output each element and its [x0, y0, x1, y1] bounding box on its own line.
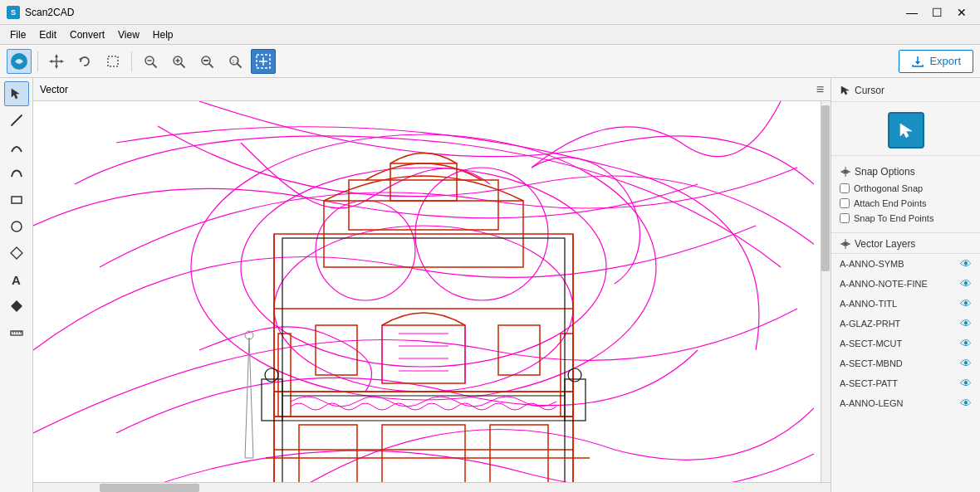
menu-help[interactable]: Help: [146, 27, 180, 42]
snap-to-end-points-row: Snap To End Points: [831, 211, 980, 226]
layer-name: A-SECT-PATT: [840, 378, 898, 388]
layers-list[interactable]: A-ANNO-SYMB 👁 A-ANNO-NOTE-FINE 👁 A-ANNO-…: [831, 254, 980, 492]
orthogonal-snap-row: Orthogonal Snap: [831, 181, 980, 196]
title-bar-controls: — ☐ ✕: [900, 2, 973, 22]
orthogonal-snap-label: Orthogonal Snap: [854, 183, 923, 193]
snap-to-end-points-label: Snap To End Points: [854, 213, 933, 223]
zoom-in-button[interactable]: [166, 49, 191, 74]
export-button[interactable]: Export: [899, 50, 973, 73]
layer-item-sect-mcut[interactable]: A-SECT-MCUT 👁: [831, 334, 980, 353]
diamond-tool[interactable]: [4, 241, 29, 265]
app-title: Scan2CAD: [25, 7, 74, 18]
layer-item-sect-patt[interactable]: A-SECT-PATT 👁: [831, 373, 980, 393]
snap-options-label: Snap Options: [855, 166, 915, 178]
canvas-tab-menu[interactable]: ≡: [816, 82, 824, 97]
minimize-button[interactable]: —: [900, 2, 924, 22]
svg-marker-32: [11, 300, 22, 312]
layer-eye-icon[interactable]: 👁: [960, 257, 972, 270]
layer-eye-icon[interactable]: 👁: [960, 357, 972, 370]
horizontal-scrollbar[interactable]: [33, 482, 831, 492]
svg-rect-18: [203, 60, 208, 61]
svg-line-17: [209, 64, 213, 67]
menu-convert[interactable]: Convert: [63, 27, 111, 42]
svg-marker-75: [900, 124, 912, 138]
svg-text:1:1: 1:1: [233, 58, 238, 63]
vertical-scrollbar[interactable]: [821, 101, 831, 492]
zoom-out-button[interactable]: [138, 49, 163, 74]
layer-item-anno-titl[interactable]: A-ANNO-TITL 👁: [831, 294, 980, 314]
layer-name: A-ANNO-NOTE-FINE: [840, 279, 928, 289]
layers-header: Vector Layers: [831, 233, 980, 254]
app-icon: S: [7, 6, 20, 19]
cursor-header-icon: [840, 85, 851, 96]
title-bar: S Scan2CAD — ☐ ✕: [0, 0, 980, 25]
select-all-button[interactable]: [251, 49, 276, 74]
toolbar-sep-1: [37, 51, 38, 71]
layer-eye-icon[interactable]: 👁: [960, 397, 972, 410]
layer-name: A-ANNO-LEGN: [840, 398, 903, 408]
layer-item-glaz-prht[interactable]: A-GLAZ-PRHT 👁: [831, 314, 980, 334]
zoom-100-button[interactable]: 1:1: [223, 49, 247, 74]
vector-layers-label: Vector Layers: [855, 238, 915, 250]
attach-end-points-checkbox[interactable]: [840, 198, 850, 208]
canvas-content[interactable]: [33, 101, 831, 492]
layer-name: A-ANNO-SYMB: [840, 259, 904, 269]
cursor-tool-area: [831, 102, 980, 156]
snap-options-section: Snap Options Orthogonal Snap Attach End …: [831, 156, 980, 233]
snap-move-button[interactable]: [44, 49, 69, 74]
canvas-tab-label[interactable]: Vector: [40, 84, 68, 95]
scan2cad-home-button[interactable]: [7, 49, 32, 74]
layer-item-anno-note-fine[interactable]: A-ANNO-NOTE-FINE 👁: [831, 274, 980, 294]
fill-tool[interactable]: [4, 294, 29, 319]
svg-point-76: [844, 170, 847, 173]
svg-line-28: [12, 115, 22, 125]
snap-to-end-points-checkbox[interactable]: [840, 213, 850, 223]
svg-rect-29: [12, 197, 22, 203]
canvas-drawing: [33, 101, 814, 492]
layer-eye-icon[interactable]: 👁: [960, 277, 972, 290]
layer-name: A-SECT-MBND: [840, 358, 903, 368]
vertical-scrollbar-thumb[interactable]: [821, 105, 830, 271]
svg-rect-38: [33, 101, 814, 492]
layer-eye-icon[interactable]: 👁: [960, 317, 972, 330]
toolbar: 1:1 Export: [0, 45, 980, 78]
canvas-area: Vector ≡: [33, 78, 831, 492]
orthogonal-snap-checkbox[interactable]: [840, 183, 850, 193]
text-tool[interactable]: A: [4, 267, 29, 292]
layer-item-anno-legn[interactable]: A-ANNO-LEGN 👁: [831, 393, 980, 413]
menu-view[interactable]: View: [111, 27, 146, 42]
circle-tool[interactable]: [4, 214, 29, 239]
layer-eye-icon[interactable]: 👁: [960, 297, 972, 310]
close-button[interactable]: ✕: [950, 2, 973, 22]
svg-point-81: [844, 242, 847, 246]
bezier-tool[interactable]: [4, 161, 29, 186]
undo-button[interactable]: [72, 49, 97, 74]
svg-marker-4: [55, 66, 58, 69]
select-tool[interactable]: [4, 81, 29, 106]
svg-marker-27: [12, 89, 19, 99]
layer-item-anno-symb[interactable]: A-ANNO-SYMB 👁: [831, 254, 980, 274]
ruler-tool[interactable]: [4, 320, 29, 345]
crop-button[interactable]: [100, 49, 125, 74]
svg-marker-74: [841, 86, 849, 95]
left-toolbar: A: [0, 78, 33, 492]
menu-edit[interactable]: Edit: [32, 27, 63, 42]
cursor-label: Cursor: [855, 85, 884, 96]
zoom-fit-button[interactable]: [194, 49, 219, 74]
layer-eye-icon[interactable]: 👁: [960, 377, 972, 390]
layers-section: Vector Layers A-ANNO-SYMB 👁 A-ANNO-NOTE-…: [831, 233, 980, 492]
horizontal-scrollbar-thumb[interactable]: [100, 484, 199, 492]
cursor-select-button[interactable]: [888, 112, 924, 149]
attach-end-points-row: Attach End Points: [831, 196, 980, 211]
export-label: Export: [929, 55, 961, 67]
layer-eye-icon[interactable]: 👁: [960, 337, 972, 350]
maximize-button[interactable]: ☐: [925, 2, 948, 22]
menu-bar: File Edit Convert View Help: [0, 25, 980, 45]
rectangle-tool[interactable]: [4, 188, 29, 212]
arc-tool[interactable]: [4, 134, 29, 159]
line-tool[interactable]: [4, 108, 29, 133]
layer-item-sect-mbnd[interactable]: A-SECT-MBND 👁: [831, 353, 980, 373]
menu-file[interactable]: File: [3, 27, 32, 42]
title-bar-left: S Scan2CAD: [7, 6, 74, 19]
svg-line-15: [181, 64, 184, 67]
